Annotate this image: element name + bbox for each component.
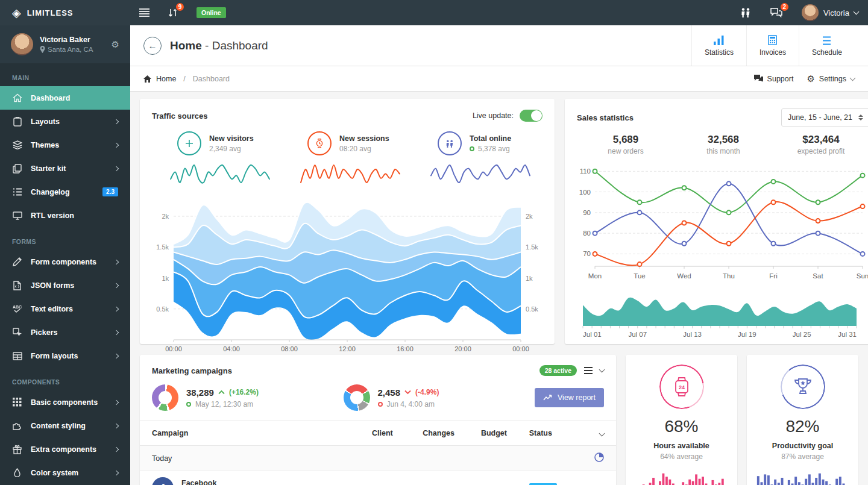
- marketing-campaigns-card: Marketing campaigns 28 active: [140, 355, 616, 485]
- card-menu-icon[interactable]: [584, 367, 593, 374]
- col-changes[interactable]: Changes: [417, 421, 475, 446]
- chevron-right-icon: [114, 119, 119, 124]
- svg-text:20:00: 20:00: [454, 345, 471, 352]
- sidebar-item-json-forms[interactable]: JSON forms: [0, 274, 130, 297]
- svg-text:08:00: 08:00: [281, 345, 298, 352]
- profile-name: Victoria Baker: [40, 36, 93, 44]
- svg-text:ABC: ABC: [13, 305, 22, 309]
- themes-icon: [12, 140, 22, 150]
- hamburger-icon: [139, 8, 149, 17]
- users-button[interactable]: [731, 0, 761, 25]
- sessions-sparkline: [299, 161, 401, 186]
- chevron-right-icon: [114, 353, 119, 358]
- svg-text:80: 80: [583, 230, 591, 237]
- chevron-down-icon[interactable]: [599, 367, 605, 373]
- svg-text:Wed: Wed: [677, 272, 691, 280]
- sidebar-item-basic-components[interactable]: Basic components: [0, 390, 130, 414]
- version-badge: 2.3: [102, 187, 118, 196]
- watch-24-icon: 24: [673, 377, 691, 397]
- schedule-list-icon: [822, 34, 832, 45]
- user-menu[interactable]: Victoria: [792, 4, 868, 21]
- sidebar-toggle-button[interactable]: [130, 0, 159, 25]
- breadcrumb-home[interactable]: Home: [156, 75, 176, 83]
- sidebar-item-form-layouts[interactable]: Form layouts: [0, 344, 130, 368]
- live-update-label: Live update:: [473, 111, 514, 120]
- sidebar-item-color-system[interactable]: Color system: [0, 461, 130, 484]
- new-orders-stat: 5,689 new orders: [577, 134, 675, 155]
- layouts-icon: [12, 116, 22, 127]
- this-month-stat: 32,568 this month: [675, 134, 772, 155]
- back-button[interactable]: ←: [143, 37, 162, 55]
- messages-count-badge: 2: [779, 2, 790, 12]
- chevron-right-icon: [114, 306, 119, 311]
- copy-icon: [12, 163, 22, 174]
- profile-avatar: [11, 33, 33, 55]
- top-navbar: ◈ LIMITLESS 9 Online: [0, 0, 868, 25]
- sidebar-item-dashboard[interactable]: Dashboard: [0, 86, 130, 110]
- gift-icon: [12, 444, 22, 454]
- report-line-icon: [543, 395, 552, 401]
- col-campaign[interactable]: Campaign: [140, 421, 366, 446]
- sidebar-item-extra-components[interactable]: Extra components: [0, 437, 130, 461]
- new-sessions-stat: New sessions 08:20 avg: [282, 131, 412, 186]
- svg-text:Jul 31: Jul 31: [838, 331, 857, 338]
- svg-text:70: 70: [583, 250, 591, 257]
- schedule-action[interactable]: Schedule: [799, 25, 855, 66]
- sidebar-item-pickers[interactable]: Pickers: [0, 321, 130, 344]
- sidebar-item-layouts[interactable]: Layouts: [0, 110, 130, 133]
- svg-text:Jul 25: Jul 25: [793, 331, 811, 338]
- view-report-button[interactable]: View report: [535, 388, 604, 407]
- col-budget[interactable]: Budget: [475, 421, 523, 446]
- chevron-right-icon: [114, 446, 119, 451]
- col-client[interactable]: Client: [366, 421, 417, 446]
- svg-text:2k: 2k: [162, 213, 169, 220]
- breadcrumb-current: Dashboard: [193, 75, 230, 83]
- table-group-row: Today: [140, 446, 616, 471]
- trophy-icon: [793, 377, 813, 396]
- chevron-right-icon: [114, 423, 119, 428]
- sidebar-item-starter-kit[interactable]: Starter kit: [0, 157, 130, 180]
- svg-text:1k: 1k: [526, 275, 533, 282]
- settings-link[interactable]: ⚙ Settings: [807, 74, 855, 84]
- page-header: ← Home - Dashboard Statistics: [130, 25, 868, 66]
- table-row-facebook[interactable]: f Facebook 02:00 - 03:00 Mintlime: [140, 471, 616, 485]
- trend-up-icon: [218, 390, 225, 395]
- svg-text:Fri: Fri: [769, 272, 777, 280]
- sidebar: Victoria Baker Santa Ana, CA ⚙ MAIN Dash…: [0, 25, 130, 485]
- chevron-down-icon[interactable]: [599, 431, 605, 437]
- sidebar-item-text-editors[interactable]: ABC Text editors: [0, 297, 130, 321]
- chevron-right-icon: [114, 330, 119, 334]
- users-icon: [740, 8, 752, 17]
- brand[interactable]: ◈ LIMITLESS: [0, 7, 130, 19]
- profile-settings-gear-icon[interactable]: ⚙: [112, 39, 119, 50]
- support-link[interactable]: Support: [754, 75, 794, 83]
- status-dot: [378, 402, 383, 407]
- statistics-action[interactable]: Statistics: [691, 25, 746, 66]
- sales-statistics-card: Sales statistics June, 15 - June, 21 5,6…: [565, 99, 868, 344]
- trend-down-icon: [404, 390, 411, 395]
- svg-text:1k: 1k: [162, 275, 169, 282]
- pie-chart-icon: [594, 452, 604, 462]
- invoices-action[interactable]: Invoices: [746, 25, 799, 66]
- date-range-select[interactable]: June, 15 - June, 21: [781, 108, 868, 127]
- grid-icon: [12, 397, 22, 407]
- sidebar-item-changelog[interactable]: Changelog 2.3: [0, 180, 130, 204]
- sidebar-item-themes[interactable]: Themes: [0, 133, 130, 157]
- online-status[interactable]: Online: [187, 0, 235, 25]
- sidebar-item-content-styling[interactable]: Content styling: [0, 414, 130, 437]
- calculator-icon: [768, 34, 777, 45]
- messages-button[interactable]: 2: [761, 0, 792, 25]
- chevron-right-icon: [114, 166, 119, 171]
- sidebar-item-form-components[interactable]: Form components: [0, 250, 130, 274]
- section-title-main: MAIN: [0, 63, 130, 86]
- svg-text:Jul 19: Jul 19: [738, 331, 756, 338]
- home-icon: [12, 93, 22, 103]
- hours-available-card: 24 68% Hours available 64% average: [626, 355, 737, 485]
- svg-text:0.5k: 0.5k: [156, 305, 169, 313]
- sidebar-item-rtl-version[interactable]: RTL version: [0, 204, 130, 227]
- git-updates-button[interactable]: 9: [159, 0, 187, 25]
- watch-ring: 24: [659, 365, 704, 409]
- col-status[interactable]: Status: [523, 421, 573, 446]
- weekly-sales-chart: 708090100110MonTueWedThuFriSatSun: [577, 159, 868, 284]
- live-update-toggle[interactable]: [520, 110, 542, 122]
